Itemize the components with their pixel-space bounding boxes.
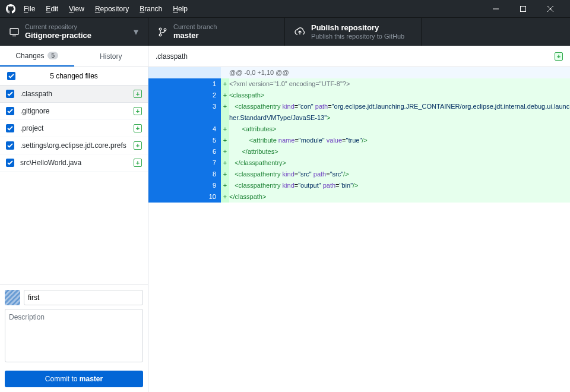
diff-line: 1 +<?xml version="1.0" encoding="UTF-8"?… <box>148 78 570 90</box>
branch-value: master <box>173 31 217 40</box>
titlebar: File Edit View Repository Branch Help <box>0 0 570 17</box>
main: Changes 5 History 5 changed files .class… <box>0 46 570 392</box>
menu-bar: File Edit View Repository Branch Help <box>24 5 188 13</box>
file-name: .gitignore <box>20 107 134 115</box>
diff-line: 5 + <attribute name="module" value="true… <box>148 135 570 146</box>
added-icon: + <box>134 124 142 132</box>
minimize-button[interactable] <box>482 0 509 17</box>
repo-selector[interactable]: Current repository Gitignore-practice ▾ <box>0 18 148 46</box>
added-icon: + <box>134 141 142 150</box>
tab-changes-label: Changes <box>15 52 44 60</box>
file-checkbox[interactable] <box>6 141 14 150</box>
svg-point-7 <box>159 34 162 36</box>
chevron-down-icon: ▾ <box>134 26 138 37</box>
diff-header: .classpath + <box>148 46 570 67</box>
file-checkbox[interactable] <box>6 90 14 98</box>
sidebar-tabs: Changes 5 History <box>0 46 148 67</box>
toolbar-spacer <box>422 18 570 46</box>
file-row[interactable]: src\HelloWorld.java + <box>0 154 148 172</box>
file-name: .project <box>20 124 134 132</box>
diff-line: 4 + <attributes> <box>148 124 570 135</box>
close-button[interactable] <box>537 0 564 17</box>
added-icon: + <box>134 90 142 98</box>
diff-view: .classpath + @@ -0,0 +1,10 @@ 1 +<?xml v… <box>148 46 570 392</box>
publish-button[interactable]: Publish repository Publish this reposito… <box>285 18 422 46</box>
svg-rect-1 <box>521 6 526 11</box>
commit-box: Commit to master <box>0 284 148 392</box>
file-name: .classpath <box>20 90 134 98</box>
menu-view[interactable]: View <box>69 5 84 13</box>
commit-button-branch: master <box>80 375 103 383</box>
tab-history[interactable]: History <box>74 46 148 67</box>
menu-repository[interactable]: Repository <box>95 5 129 13</box>
commit-summary-input[interactable] <box>24 290 143 305</box>
changes-count-badge: 5 <box>48 52 58 59</box>
added-icon: + <box>555 52 563 61</box>
repo-value: Gitignore-practice <box>25 31 91 40</box>
svg-point-8 <box>164 29 166 31</box>
file-checkbox[interactable] <box>6 124 14 132</box>
file-checkbox[interactable] <box>6 159 14 167</box>
diff-line: 3 + <classpathentry kind="con" path="org… <box>148 101 570 124</box>
diff-line: 7 + </classpathentry> <box>148 157 570 169</box>
file-row[interactable]: .gitignore + <box>0 103 148 120</box>
branch-icon <box>158 27 167 37</box>
menu-help[interactable]: Help <box>173 5 188 13</box>
github-logo-icon <box>6 4 15 14</box>
tab-history-label: History <box>100 52 122 61</box>
diff-body[interactable]: @@ -0,0 +1,10 @@ 1 +<?xml version="1.0" … <box>148 67 570 392</box>
files-header-label: 5 changed files <box>50 72 98 80</box>
window-controls <box>482 0 564 17</box>
branch-label: Current branch <box>173 23 217 31</box>
diff-line: 6 + </attributes> <box>148 146 570 157</box>
repo-label: Current repository <box>25 23 91 31</box>
publish-title: Publish repository <box>311 23 404 33</box>
toolbar: Current repository Gitignore-practice ▾ … <box>0 17 570 46</box>
diff-hunk-line: @@ -0,0 +1,10 @@ <box>148 67 570 78</box>
diff-line: 10 +</classpath> <box>148 191 570 203</box>
commit-button[interactable]: Commit to master <box>5 371 143 387</box>
file-row[interactable]: .classpath + <box>0 86 148 103</box>
svg-rect-4 <box>10 29 18 34</box>
titlebar-left: File Edit View Repository Branch Help <box>6 4 188 14</box>
tab-changes[interactable]: Changes 5 <box>0 46 74 67</box>
files-header: 5 changed files <box>0 67 148 86</box>
monitor-icon <box>10 27 19 37</box>
menu-branch[interactable]: Branch <box>140 5 162 13</box>
menu-edit[interactable]: Edit <box>46 5 58 13</box>
file-row[interactable]: .settings\org.eclipse.jdt.core.prefs + <box>0 137 148 154</box>
added-icon: + <box>134 159 142 167</box>
diff-line: 9 + <classpathentry kind="output" path="… <box>148 180 570 191</box>
file-name: src\HelloWorld.java <box>20 159 134 167</box>
added-icon: + <box>134 107 142 115</box>
diff-filename: .classpath <box>156 52 188 61</box>
file-name: .settings\org.eclipse.jdt.core.prefs <box>20 141 134 150</box>
maximize-button[interactable] <box>509 0 537 17</box>
sidebar: Changes 5 History 5 changed files .class… <box>0 46 148 392</box>
diff-line: 2 +<classpath> <box>148 90 570 101</box>
commit-description-input[interactable] <box>5 309 143 362</box>
branch-selector[interactable]: Current branch master <box>148 18 285 46</box>
file-checkbox[interactable] <box>6 107 14 115</box>
select-all-checkbox[interactable] <box>7 72 15 80</box>
diff-line: 8 + <classpathentry kind="src" path="src… <box>148 169 570 180</box>
file-row[interactable]: .project + <box>0 120 148 137</box>
svg-point-6 <box>159 28 162 30</box>
file-list: .classpath + .gitignore + .project + .se… <box>0 86 148 284</box>
cloud-upload-icon <box>294 27 305 37</box>
avatar <box>5 290 20 305</box>
commit-button-prefix: Commit to <box>45 375 80 383</box>
publish-sub: Publish this repository to GitHub <box>311 33 404 40</box>
menu-file[interactable]: File <box>24 5 35 13</box>
